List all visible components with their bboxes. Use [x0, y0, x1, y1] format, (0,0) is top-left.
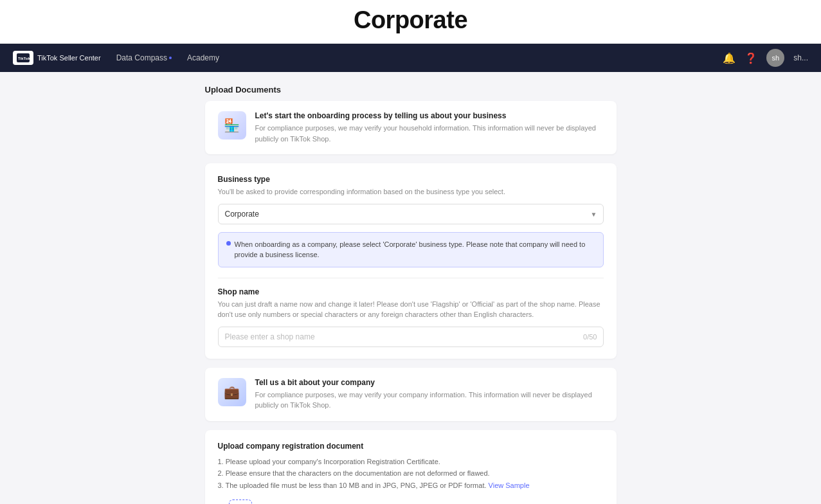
nav-username[interactable]: sh...	[793, 53, 808, 62]
divider	[218, 278, 604, 278]
avatar-initials: sh	[772, 54, 780, 62]
logo-icon: TikTok	[13, 51, 33, 65]
plus-icon: +	[229, 500, 252, 504]
avatar[interactable]: sh	[766, 49, 784, 67]
business-type-card: Business type You'll be asked to provide…	[205, 163, 617, 359]
onboarding-text: Let's start the onboarding process by te…	[255, 111, 604, 144]
alert-text: When onboarding as a company, please sel…	[235, 239, 595, 260]
nav-academy[interactable]: Academy	[187, 53, 219, 62]
instruction-2: 2. Please ensure that the characters on …	[218, 467, 604, 480]
logo-text: TikTok Seller Center	[37, 54, 101, 62]
business-type-select-wrap: Individual Corporate ▼	[218, 204, 604, 224]
upload-instructions: 1. Please upload your company's Incorpor…	[218, 456, 604, 492]
nav-right: 🔔 ❓ sh sh...	[723, 49, 808, 67]
shop-name-counter: 0/50	[583, 333, 597, 341]
corporate-alert: When onboarding as a company, please sel…	[218, 232, 604, 267]
briefcase-icon: 💼	[218, 378, 246, 406]
onboarding-description: For compliance purposes, we may verify y…	[255, 123, 604, 144]
business-type-label: Business type	[218, 175, 604, 184]
upload-documents-title: Upload Documents	[205, 85, 617, 94]
company-info-text: Tell us a bit about your company For com…	[255, 378, 604, 411]
nav-logo[interactable]: TikTok TikTok Seller Center	[13, 51, 101, 65]
company-info-description: For compliance purposes, we may verify y…	[255, 390, 604, 411]
notification-icon[interactable]: 🔔	[723, 52, 735, 64]
business-type-sublabel: You'll be asked to provide corresponding…	[218, 186, 604, 197]
company-info-title: Tell us a bit about your company	[255, 378, 604, 387]
academy-label: Academy	[187, 53, 219, 62]
new-dot	[169, 57, 172, 59]
onboarding-info-card: 🏪 Let's start the onboarding process by …	[205, 101, 617, 154]
nav-left: TikTok TikTok Seller Center Data Compass…	[13, 51, 219, 65]
instruction-1: 1. Please upload your company's Incorpor…	[218, 456, 604, 468]
shop-name-label: Shop name	[218, 287, 604, 296]
main-content: Upload Documents 🏪 Let's start the onboa…	[0, 72, 821, 504]
data-compass-label: Data Compass	[116, 53, 167, 62]
add-file-button[interactable]: + Add File (0/3)	[218, 500, 263, 504]
shop-name-input[interactable]	[218, 327, 604, 347]
business-type-select[interactable]: Individual Corporate	[218, 204, 604, 224]
help-icon[interactable]: ❓	[744, 52, 757, 64]
store-icon: 🏪	[218, 111, 246, 140]
upload-registration-title: Upload company registration document	[218, 442, 604, 451]
shop-name-sublabel: You can just draft a name now and change…	[218, 299, 604, 320]
nav-data-compass[interactable]: Data Compass	[116, 53, 172, 62]
onboarding-title: Let's start the onboarding process by te…	[255, 111, 604, 120]
instruction-3: 3. The uploaded file must be less than 1…	[218, 480, 604, 492]
top-nav: TikTok TikTok Seller Center Data Compass…	[0, 44, 821, 72]
shop-name-input-wrap: 0/50	[218, 327, 604, 347]
alert-dot-icon	[226, 241, 231, 246]
svg-text:TikTok: TikTok	[18, 57, 30, 60]
upload-documents-section: Upload Documents 🏪 Let's start the onboa…	[205, 85, 617, 504]
company-info-card: 💼 Tell us a bit about your company For c…	[205, 368, 617, 421]
upload-registration-card: Upload company registration document 1. …	[205, 430, 617, 505]
view-sample-link[interactable]: View Sample	[489, 482, 530, 489]
page-title-bar: Corporate	[0, 0, 821, 44]
page-title: Corporate	[0, 6, 821, 34]
